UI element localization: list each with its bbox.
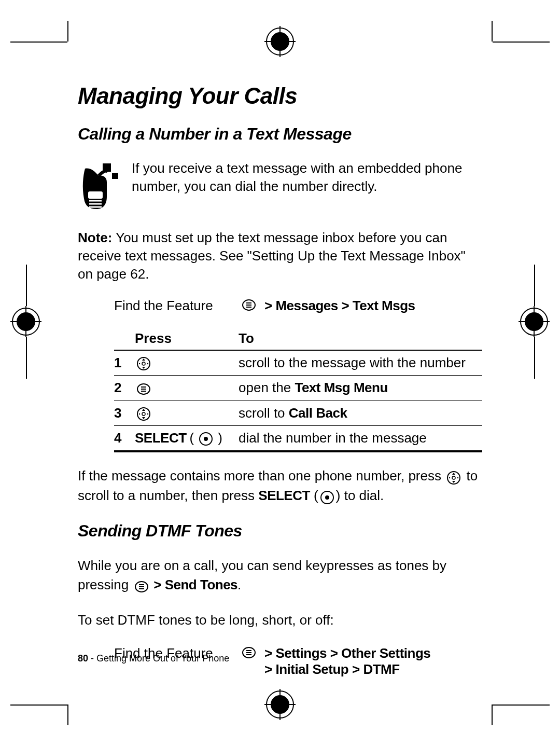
table-row: 4 SELECT () dial the number in the messa… [114, 426, 482, 451]
svg-rect-12 [88, 191, 103, 199]
find-feature-label: Find the Feature [114, 298, 233, 314]
table-header: Press To [114, 330, 482, 351]
menu-key-icon [233, 645, 264, 664]
intro-text: If you receive a text message with an em… [132, 159, 482, 196]
table-row: 1 scroll to the message with the number [114, 351, 482, 376]
registration-target-icon [10, 306, 41, 339]
dtmf-paragraph-2: To set DTMF tones to be long, short, or … [78, 611, 482, 629]
registration-target-icon [519, 306, 550, 339]
feature-path: > Settings > Other Settings [264, 645, 430, 661]
note-paragraph: Note: You must set up the text message i… [78, 229, 482, 283]
svg-point-32 [139, 413, 140, 414]
header-press: Press [135, 330, 239, 347]
dtmf-paragraph-1: While you are on a call, you can send ke… [78, 556, 482, 595]
note-label: Note: [78, 230, 112, 245]
page-number: 80 [78, 653, 88, 664]
menu-key-icon [233, 298, 264, 316]
instruction-table: Press To 1 scroll to the message with th… [114, 330, 482, 451]
select-key-icon [199, 430, 213, 446]
after-table-paragraph: If the message contains more than one ph… [78, 466, 482, 506]
nav-key-icon [136, 355, 151, 371]
intro-block: If you receive a text message with an em… [78, 159, 482, 213]
svg-point-33 [147, 413, 148, 414]
crop-marks-top [0, 21, 560, 62]
page-title: Managing Your Calls [78, 83, 482, 109]
menu-key-icon [136, 380, 151, 396]
nav-key-icon [446, 467, 461, 486]
svg-rect-17 [112, 173, 118, 179]
section-heading: Sending DTMF Tones [78, 521, 482, 541]
feature-path: > Messages > Text Msgs [264, 298, 415, 314]
svg-point-25 [147, 363, 148, 364]
registration-target-icon [264, 26, 296, 57]
nav-key-icon [136, 405, 151, 421]
page-content: Managing Your Calls Calling a Number in … [78, 78, 482, 668]
page-footer: 80 - Getting More Out of Your Phone [78, 653, 229, 664]
chapter-name: Getting More Out of Your Phone [96, 653, 229, 664]
select-key-icon [320, 487, 334, 506]
menu-key-icon [134, 576, 149, 595]
feature-path: > Initial Setup > DTMF [264, 661, 430, 678]
table-row: 2 open the Text Msg Menu [114, 376, 482, 400]
crop-marks-bottom [0, 684, 560, 725]
svg-point-35 [204, 437, 208, 441]
phone-text-icon [78, 159, 119, 213]
svg-point-31 [142, 412, 145, 416]
svg-point-41 [325, 495, 329, 500]
section-heading: Calling a Number in a Text Message [78, 125, 482, 144]
table-row: 3 scroll to Call Back [114, 401, 482, 426]
svg-point-38 [449, 477, 450, 478]
svg-point-37 [452, 476, 455, 479]
find-feature-row: Find the Feature > Messages > Text Msgs [114, 298, 482, 316]
svg-point-23 [142, 362, 145, 365]
svg-point-39 [457, 477, 458, 478]
note-text: You must set up the text message inbox b… [78, 230, 466, 282]
svg-point-24 [139, 363, 140, 364]
header-to: To [239, 330, 482, 347]
registration-target-icon [264, 689, 296, 720]
